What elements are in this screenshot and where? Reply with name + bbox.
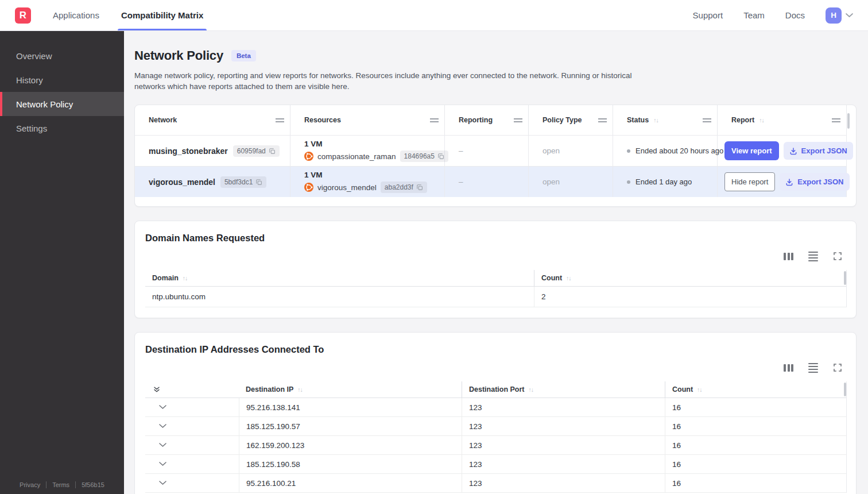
- expander-cell: [145, 417, 239, 435]
- row-expand-button[interactable]: [157, 478, 169, 488]
- row-density-icon[interactable]: [808, 363, 818, 373]
- destinations-card: Destination IP Addresses Connected To De…: [134, 332, 857, 494]
- row-expand-button[interactable]: [157, 422, 169, 431]
- avatar: H: [826, 7, 842, 24]
- columns-icon[interactable]: [784, 364, 793, 372]
- chevron-down-icon: [846, 13, 853, 18]
- sort-icon[interactable]: ↑↓: [183, 275, 188, 281]
- sort-icon[interactable]: ↑↓: [297, 387, 303, 393]
- status-dot-icon: [627, 180, 630, 184]
- sidebar-item-history[interactable]: History: [0, 68, 124, 92]
- expander-cell: [145, 436, 239, 454]
- sort-icon[interactable]: ↑↓: [566, 275, 571, 281]
- navbar-left: R Applications Compatibility Matrix: [0, 0, 204, 30]
- export-json-button[interactable]: Export JSON: [780, 173, 849, 191]
- expander-cell: [145, 398, 239, 416]
- sidebar-item-settings[interactable]: Settings: [0, 116, 124, 140]
- col-header-report[interactable]: Report ↑↓: [718, 105, 846, 135]
- nav-link-support[interactable]: Support: [693, 10, 723, 20]
- count-cell: 16: [665, 455, 846, 473]
- row-expand-button[interactable]: [157, 441, 169, 450]
- table-scrollbar-thumb[interactable]: [844, 383, 846, 396]
- drag-handle-icon[interactable]: [276, 118, 284, 122]
- hash-badge: 60959fad: [233, 145, 280, 157]
- destination-port-cell: 123: [462, 455, 665, 473]
- sort-icon[interactable]: ↑↓: [759, 117, 764, 124]
- top-navbar: R Applications Compatibility Matrix Supp…: [0, 0, 868, 31]
- expand-icon[interactable]: [833, 363, 842, 372]
- sort-icon[interactable]: ↑↓: [529, 387, 534, 393]
- destination-ip-cell: 185.125.190.58: [239, 455, 462, 473]
- user-menu[interactable]: H: [826, 7, 853, 24]
- col-header-policy-type[interactable]: Policy Type: [529, 105, 613, 135]
- copy-icon[interactable]: [269, 148, 276, 155]
- export-json-button[interactable]: Export JSON: [784, 142, 853, 160]
- hash-value: 5bdf3dc1: [224, 178, 253, 186]
- count-cell: 16: [665, 436, 846, 454]
- status-cell: Ended 1 day ago: [613, 167, 718, 197]
- table-scrollbar-thumb[interactable]: [847, 113, 850, 129]
- beta-badge: Beta: [231, 50, 256, 61]
- copy-icon[interactable]: [437, 153, 444, 160]
- destination-port-cell: 123: [462, 474, 665, 492]
- export-json-label: Export JSON: [797, 177, 843, 186]
- col-header-destination-ip[interactable]: Destination IP ↑↓: [239, 381, 462, 397]
- domains-card-title: Domain Names Requested: [145, 233, 847, 244]
- sort-icon[interactable]: ↑↓: [653, 117, 658, 124]
- row-expand-button[interactable]: [157, 460, 169, 469]
- col-header-network[interactable]: Network: [135, 105, 290, 135]
- ubuntu-icon: [304, 183, 313, 192]
- col-header-resources[interactable]: Resources: [290, 105, 445, 135]
- drag-handle-icon[interactable]: [832, 118, 840, 122]
- table-scrollbar-thumb[interactable]: [844, 271, 846, 285]
- sort-icon[interactable]: ↑↓: [697, 387, 702, 393]
- count-cell: 16: [665, 417, 846, 435]
- drag-handle-icon[interactable]: [514, 118, 522, 122]
- col-header-destination-port[interactable]: Destination Port ↑↓: [462, 381, 665, 397]
- destination-port-cell: 123: [462, 417, 665, 435]
- destinations-table: Destination IP ↑↓ Destination Port ↑↓ Co…: [145, 381, 847, 493]
- reporting-cell: –: [445, 136, 529, 166]
- nav-link-team[interactable]: Team: [743, 10, 765, 20]
- drag-handle-icon[interactable]: [598, 118, 607, 122]
- row-expand-button[interactable]: [157, 403, 169, 412]
- sidebar-nav: Overview History Network Policy Settings: [0, 44, 124, 140]
- hash-value: 60959fad: [237, 147, 266, 155]
- destination-row: 185.125.190.57 123 16: [145, 417, 846, 436]
- status-text: Ended about 20 hours ago: [636, 146, 723, 155]
- view-report-button[interactable]: View report: [724, 141, 779, 160]
- tab-applications[interactable]: Applications: [52, 0, 100, 30]
- report-cell: View report Export JSON: [718, 136, 846, 166]
- columns-icon[interactable]: [784, 253, 793, 260]
- app-logo[interactable]: R: [15, 7, 31, 24]
- sidebar-item-overview[interactable]: Overview: [0, 44, 124, 68]
- col-header-domain[interactable]: Domain ↑↓: [145, 270, 534, 286]
- hash-badge: aba2dd3f: [381, 182, 427, 193]
- hide-report-button[interactable]: Hide report: [724, 172, 775, 191]
- copy-icon[interactable]: [255, 179, 262, 186]
- drag-handle-icon[interactable]: [430, 118, 439, 122]
- privacy-link[interactable]: Privacy: [20, 481, 40, 488]
- terms-link[interactable]: Terms: [52, 481, 69, 488]
- expand-icon[interactable]: [833, 252, 842, 261]
- col-label-count: Count: [672, 385, 693, 393]
- divider: [46, 481, 46, 488]
- hash-value: 184696a5: [404, 152, 435, 160]
- expand-all-header[interactable]: [145, 381, 239, 397]
- destination-row: 95.216.138.141 123 16: [145, 398, 846, 417]
- status-dot-icon: [627, 149, 630, 153]
- networks-table: Network Resources Reporting Policy Type …: [135, 105, 847, 197]
- row-density-icon[interactable]: [808, 252, 818, 262]
- col-header-count[interactable]: Count ↑↓: [534, 270, 846, 286]
- col-header-reporting[interactable]: Reporting: [445, 105, 529, 135]
- nav-link-docs[interactable]: Docs: [785, 10, 805, 20]
- table-toolbar: [145, 362, 847, 373]
- domains-table: Domain ↑↓ Count ↑↓ ntp.ubuntu.com 2: [145, 270, 847, 307]
- policy-type-cell: open: [529, 136, 613, 166]
- drag-handle-icon[interactable]: [703, 118, 711, 122]
- sidebar-item-network-policy[interactable]: Network Policy: [0, 92, 124, 116]
- col-header-count[interactable]: Count ↑↓: [665, 381, 846, 397]
- col-header-status[interactable]: Status ↑↓: [613, 105, 718, 135]
- tab-compatibility-matrix[interactable]: Compatibility Matrix: [120, 0, 204, 30]
- copy-icon[interactable]: [416, 184, 423, 191]
